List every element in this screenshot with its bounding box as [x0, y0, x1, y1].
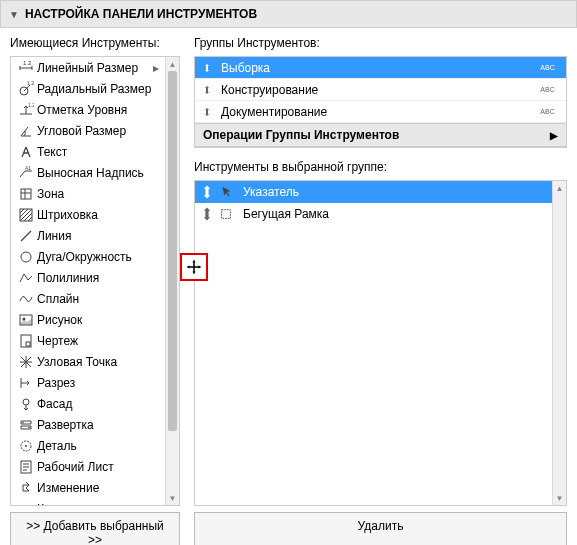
tool-label: Фасад — [37, 397, 175, 411]
panel-title: НАСТРОЙКА ПАНЕЛИ ИНСТРУМЕНТОВ — [25, 7, 257, 21]
change-icon — [15, 479, 37, 497]
tool-item[interactable]: Изменение — [11, 477, 179, 498]
unpin-icon[interactable]: ABC — [532, 86, 562, 93]
tool-item[interactable]: Дуга/Окружность — [11, 246, 179, 267]
tool-label: Сплайн — [37, 292, 175, 306]
content-area: Имеющиеся Инструменты: 1.2Линейный Разме… — [0, 28, 577, 506]
svg-point-13 — [22, 421, 24, 423]
tool-item[interactable]: Чертеж — [11, 330, 179, 351]
group-tool-row[interactable]: Бегущая Рамка — [195, 203, 566, 225]
groups-list[interactable]: ВыборкаABCКонструированиеABCДокументиров… — [195, 57, 566, 123]
move-cursor-icon — [180, 253, 208, 281]
svg-point-7 — [21, 252, 31, 262]
worksheet-icon — [15, 458, 37, 476]
svg-rect-5 — [21, 189, 31, 199]
group-operations-label: Операции Группы Инструментов — [203, 128, 399, 142]
groups-label: Группы Инструментов: — [194, 36, 567, 50]
tool-item[interactable]: Зона — [11, 183, 179, 204]
tool-item[interactable]: Камера — [11, 498, 179, 505]
drag-handle-icon[interactable] — [199, 107, 215, 117]
group-row[interactable]: ДокументированиеABC — [195, 101, 566, 123]
svg-text:1.2: 1.2 — [23, 60, 32, 66]
drag-handle-icon[interactable] — [199, 206, 215, 222]
image-icon — [15, 311, 37, 329]
drag-handle-icon[interactable] — [199, 184, 215, 200]
tool-label: Радиальный Размер — [37, 82, 175, 96]
tool-label: Разрез — [37, 376, 175, 390]
text-icon — [15, 143, 37, 161]
pin-icon[interactable]: ABC — [532, 64, 562, 71]
marquee-icon — [215, 207, 237, 221]
available-tools-list[interactable]: 1.2Линейный Размер▸1.2Радиальный Размер1… — [10, 56, 180, 506]
tool-label: Полилиния — [37, 271, 175, 285]
group-row[interactable]: ВыборкаABC — [195, 57, 566, 79]
tool-item[interactable]: Разрез — [11, 372, 179, 393]
section-icon — [15, 374, 37, 392]
tool-label: Узловая Точка — [37, 355, 175, 369]
delete-button[interactable]: Удалить — [194, 512, 567, 545]
tool-label: Чертеж — [37, 334, 175, 348]
scrollbar[interactable]: ▲ ▼ — [552, 181, 566, 505]
tool-label: Развертка — [37, 418, 175, 432]
footer: >> Добавить выбранный >> Удалить — [0, 506, 577, 545]
group-tool-row[interactable]: Указатель — [195, 181, 566, 203]
tool-item[interactable]: Угловой Размер — [11, 120, 179, 141]
tool-item[interactable]: 1.2Радиальный Размер — [11, 78, 179, 99]
tool-item[interactable]: Фасад — [11, 393, 179, 414]
scroll-thumb[interactable] — [168, 71, 177, 431]
unfold-icon — [15, 416, 37, 434]
tool-label: Штриховка — [37, 208, 175, 222]
scroll-down-icon[interactable]: ▼ — [166, 491, 179, 505]
group-label: Конструирование — [215, 83, 532, 97]
tool-label: Указатель — [237, 185, 299, 199]
tool-item[interactable]: Текст — [11, 141, 179, 162]
tool-item[interactable]: Узловая Точка — [11, 351, 179, 372]
tool-label: Текст — [37, 145, 175, 159]
tool-item[interactable]: Полилиния — [11, 267, 179, 288]
drag-handle-icon[interactable] — [199, 63, 215, 73]
dim-angular-icon — [15, 122, 37, 140]
group-label: Документирование — [215, 105, 532, 119]
tool-label: Рисунок — [37, 313, 175, 327]
drag-handle-icon[interactable] — [199, 85, 215, 95]
svg-point-16 — [25, 445, 27, 447]
panel-header[interactable]: ▼ НАСТРОЙКА ПАНЕЛИ ИНСТРУМЕНТОВ — [0, 0, 577, 28]
tool-item[interactable]: Рабочий Лист — [11, 456, 179, 477]
tool-item[interactable]: Линия — [11, 225, 179, 246]
scroll-down-icon[interactable]: ▼ — [553, 491, 566, 505]
svg-point-14 — [28, 426, 30, 428]
elevation-icon — [15, 395, 37, 413]
tool-label: Камера — [37, 502, 175, 506]
level-icon: 1.2 — [15, 101, 37, 119]
scroll-up-icon[interactable]: ▲ — [553, 181, 566, 195]
tool-item[interactable]: Рисунок — [11, 309, 179, 330]
scrollbar[interactable]: ▲ ▼ — [165, 57, 179, 505]
arc-icon — [15, 248, 37, 266]
tool-item[interactable]: A1Выносная Надпись — [11, 162, 179, 183]
tool-item[interactable]: Штриховка — [11, 204, 179, 225]
svg-text:1.2: 1.2 — [28, 102, 34, 108]
tool-label: Рабочий Лист — [37, 460, 175, 474]
camera-icon — [15, 500, 37, 506]
pointer-icon — [215, 185, 237, 199]
svg-text:A1: A1 — [25, 165, 31, 171]
tool-label: Угловой Размер — [37, 124, 175, 138]
available-tools-label: Имеющиеся Инструменты: — [10, 36, 180, 50]
unpin-icon[interactable]: ABC — [532, 108, 562, 115]
group-tools-list[interactable]: УказательБегущая Рамка — [195, 181, 566, 225]
groups-box: ВыборкаABCКонструированиеABCДокументиров… — [194, 56, 567, 148]
tool-item[interactable]: Деталь — [11, 435, 179, 456]
tool-label: Зона — [37, 187, 175, 201]
node-icon — [15, 353, 37, 371]
tool-item[interactable]: Сплайн — [11, 288, 179, 309]
group-operations-header[interactable]: Операции Группы Инструментов ▶ — [195, 123, 566, 147]
svg-rect-11 — [26, 342, 30, 346]
add-selected-button[interactable]: >> Добавить выбранный >> — [10, 512, 180, 545]
tool-label: Линейный Размер — [37, 61, 153, 75]
tool-item[interactable]: 1.2Линейный Размер▸ — [11, 57, 179, 78]
tool-item[interactable]: 1.2Отметка Уровня — [11, 99, 179, 120]
tool-item[interactable]: Развертка — [11, 414, 179, 435]
group-row[interactable]: КонструированиеABC — [195, 79, 566, 101]
scroll-up-icon[interactable]: ▲ — [166, 57, 179, 71]
available-tools-panel: Имеющиеся Инструменты: 1.2Линейный Разме… — [10, 36, 180, 506]
